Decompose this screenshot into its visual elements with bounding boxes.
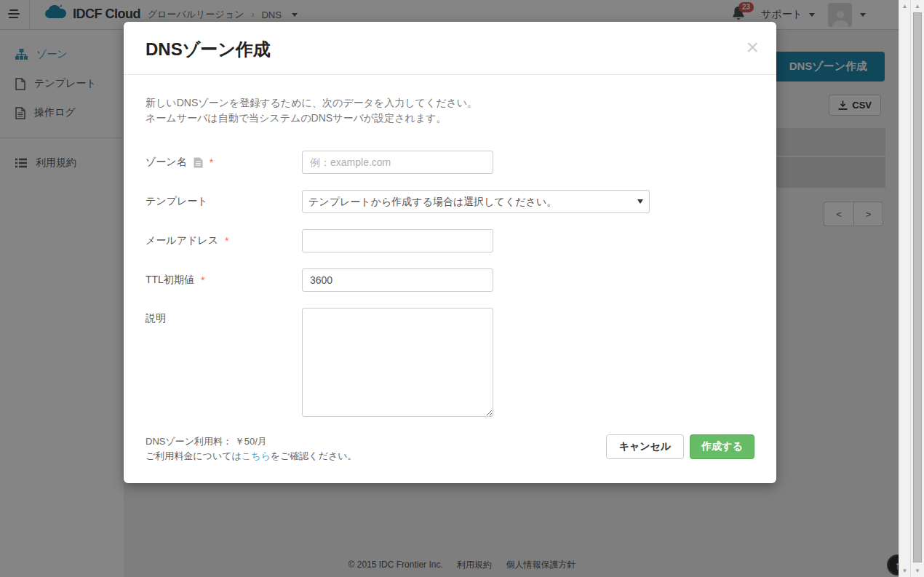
scrollbar-thumb[interactable] xyxy=(913,12,922,562)
modal-description: 新しいDNSゾーンを登録するために、次のデータを入力してください。 ネームサーバ… xyxy=(146,95,754,126)
submit-button[interactable]: 作成する xyxy=(690,434,754,459)
ttl-label-text: TTL初期値 xyxy=(146,274,194,287)
zone-name-row: ゾーン名 * xyxy=(146,151,754,174)
price-line-2: ご利用料金についてはこちらをご確認ください。 xyxy=(146,449,357,463)
ttl-row: TTL初期値 * xyxy=(146,268,754,292)
modal-body: 新しいDNSゾーンを登録するために、次のデータを入力してください。 ネームサーバ… xyxy=(124,75,776,463)
template-label-text: テンプレート xyxy=(146,195,208,208)
template-row: テンプレート テンプレートから作成する場合は選択してください。 xyxy=(146,190,754,213)
price-line-2-prefix: ご利用料金については xyxy=(146,450,242,461)
zone-name-input[interactable] xyxy=(302,151,493,174)
inner-scrollbar[interactable]: ▲ ▼ xyxy=(899,0,910,577)
template-label: テンプレート xyxy=(146,190,302,213)
modal-title: DNSゾーン作成 xyxy=(146,38,754,61)
scroll-up-icon[interactable]: ▲ xyxy=(911,3,924,9)
required-asterisk: * xyxy=(201,274,204,286)
ttl-input[interactable] xyxy=(302,268,493,292)
description-line-1: 新しいDNSゾーンを登録するために、次のデータを入力してください。 xyxy=(146,95,754,111)
close-icon[interactable]: × xyxy=(746,36,759,58)
price-info: DNSゾーン利用料： ￥50/月 ご利用料金についてはこちらをご確認ください。 xyxy=(146,434,357,463)
description-row: 説明 xyxy=(146,308,754,417)
page-root: IDCF Cloud グローバルリージョン › DNS 23 サポート xyxy=(0,0,924,577)
description-label: 説明 xyxy=(146,308,302,417)
email-field[interactable] xyxy=(302,229,493,252)
email-label-text: メールアドレス xyxy=(146,234,218,247)
modal-buttons: キャンセル 作成する xyxy=(606,434,754,463)
template-select[interactable]: テンプレートから作成する場合は選択してください。 xyxy=(302,190,650,213)
browser-scrollbar[interactable]: ▲ ▼ xyxy=(910,0,924,577)
description-textarea[interactable] xyxy=(302,308,493,417)
pricing-link[interactable]: こちら xyxy=(242,450,271,461)
dns-zone-create-modal: DNSゾーン作成 × 新しいDNSゾーンを登録するために、次のデータを入力してく… xyxy=(124,22,776,483)
scroll-up-icon[interactable]: ▲ xyxy=(899,3,910,9)
zone-name-label-text: ゾーン名 xyxy=(146,156,187,169)
required-asterisk: * xyxy=(225,235,228,247)
email-row: メールアドレス * xyxy=(146,229,754,252)
ttl-label: TTL初期値 * xyxy=(146,268,302,292)
modal-header: DNSゾーン作成 × xyxy=(124,22,776,75)
document-icon[interactable] xyxy=(194,157,203,168)
price-line-2-suffix: をご確認ください。 xyxy=(271,450,357,461)
scroll-down-icon[interactable]: ▼ xyxy=(899,568,910,574)
template-select-wrap: テンプレートから作成する場合は選択してください。 xyxy=(302,190,650,213)
price-line-1: DNSゾーン利用料： ￥50/月 xyxy=(146,434,357,449)
email-label: メールアドレス * xyxy=(146,229,302,252)
cancel-button[interactable]: キャンセル xyxy=(606,434,685,459)
modal-footer: DNSゾーン利用料： ￥50/月 ご利用料金についてはこちらをご確認ください。 … xyxy=(146,434,754,463)
description-label-text: 説明 xyxy=(146,312,166,325)
description-line-2: ネームサーバは自動で当システムのDNSサーバが設定されます。 xyxy=(146,111,754,126)
required-asterisk: * xyxy=(210,156,213,168)
scroll-down-icon[interactable]: ▼ xyxy=(911,568,924,574)
zone-name-label: ゾーン名 * xyxy=(146,151,302,174)
